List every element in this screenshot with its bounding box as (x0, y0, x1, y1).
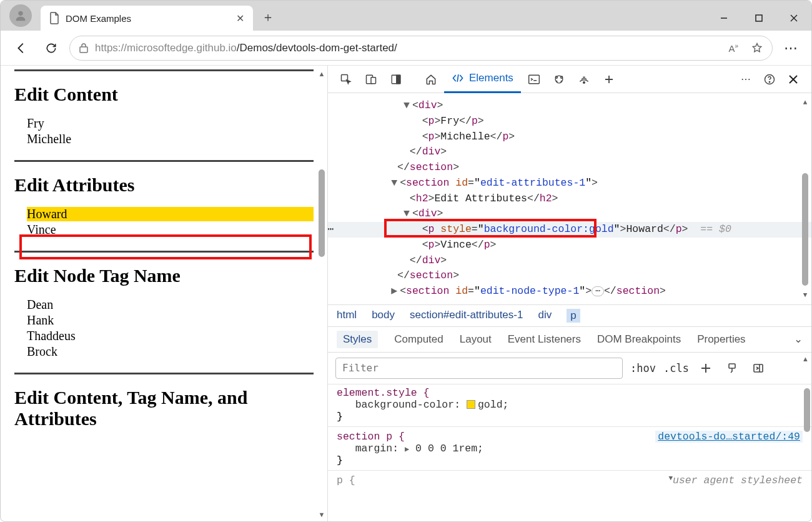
list-item: Dean (27, 298, 314, 312)
tab-computed[interactable]: Computed (394, 333, 443, 346)
more-tabs-icon[interactable] (597, 68, 621, 91)
dom-scrollbar[interactable]: ▲ ▼ (801, 98, 810, 299)
lock-icon (79, 43, 89, 54)
rule-selector[interactable]: section p { (337, 431, 405, 443)
expand-shorthand-icon[interactable]: ▶ (405, 445, 409, 454)
profile-avatar[interactable] (9, 4, 32, 27)
tab-layout[interactable]: Layout (460, 333, 492, 346)
crumb[interactable]: div (538, 309, 552, 323)
list-item-howard: Howard (27, 207, 314, 221)
address-bar[interactable]: https://microsoftedge.github.io/Demos/de… (69, 36, 773, 61)
crumb[interactable]: html (337, 309, 357, 323)
dom-selected-node[interactable]: ⋯ <p style="background-color:gold">Howar… (328, 222, 811, 238)
tab-event-listeners[interactable]: Event Listeners (508, 333, 581, 346)
svg-rect-5 (80, 47, 87, 53)
welcome-tab-icon[interactable] (419, 68, 443, 91)
styles-rules[interactable]: element.style { background-color: gold; … (328, 384, 811, 522)
computed-sidebar-icon[interactable] (749, 359, 768, 378)
tab-title: DOM Examples (66, 13, 230, 24)
network-tab-icon[interactable] (572, 68, 596, 91)
inspect-element-icon[interactable] (334, 68, 358, 91)
address-bar-row: https://microsoftedge.github.io/Demos/de… (1, 31, 811, 66)
help-icon[interactable] (758, 68, 781, 91)
list-item: Fry (27, 116, 314, 131)
toggle-hov[interactable]: :hov (630, 362, 656, 374)
new-tab-button[interactable]: ＋ (257, 6, 279, 28)
devtools-menu-icon[interactable]: ⋯ (734, 68, 758, 91)
paint-flashing-icon[interactable] (723, 359, 741, 378)
devtools-toolbar: Elements ⋯ (328, 66, 811, 93)
page-scrollbar[interactable]: ▲ ▼ (317, 69, 326, 519)
scroll-up-icon[interactable]: ▲ (802, 355, 809, 363)
row-actions-icon[interactable]: ⋯ (328, 221, 335, 238)
svg-point-19 (769, 81, 770, 82)
styles-filter-input[interactable] (335, 358, 623, 379)
scroll-down-icon[interactable]: ▼ (801, 291, 810, 299)
dom-breadcrumb[interactable]: html body section#edit-attributes-1 div … (328, 304, 811, 327)
browser-tab[interactable]: DOM Examples ✕ (41, 6, 253, 31)
list-item: Michelle (27, 132, 314, 146)
new-style-rule-icon[interactable] (696, 359, 715, 378)
close-window-button[interactable] (776, 6, 811, 31)
styles-scrollbar-thumb[interactable] (804, 388, 810, 432)
rule-selector[interactable]: element.style { (337, 387, 430, 399)
devtools-panel: Elements ⋯ ▼<div> <p>Fry</p> <p>Michelle… (328, 66, 811, 522)
crumb[interactable]: body (372, 309, 395, 323)
refresh-button[interactable] (39, 36, 63, 60)
browser-menu-button[interactable]: ⋯ (779, 40, 803, 56)
toggle-cls[interactable]: .cls (663, 362, 689, 374)
read-aloud-icon[interactable]: A» (728, 43, 738, 54)
heading-edit-all: Edit Content, Tag Name, and Attributes (14, 387, 314, 429)
color-swatch-icon[interactable] (467, 400, 475, 409)
svg-rect-10 (397, 75, 400, 84)
crumb[interactable]: section#edit-attributes-1 (410, 309, 523, 323)
scroll-up-icon[interactable]: ▲ (317, 69, 326, 78)
sources-tab-icon[interactable] (547, 68, 571, 91)
list-item: Vince (27, 223, 314, 237)
styles-toolbar: :hov .cls ▲ (328, 353, 811, 384)
svg-point-15 (583, 81, 585, 83)
tab-styles[interactable]: Styles (337, 331, 378, 348)
document-icon (49, 12, 59, 24)
tab-elements[interactable]: Elements (444, 66, 521, 93)
scrollbar-thumb[interactable] (319, 169, 325, 257)
tab-close-icon[interactable]: ✕ (236, 13, 244, 24)
back-button[interactable] (9, 36, 33, 60)
crumb-selected[interactable]: p (567, 309, 580, 323)
page-viewport: Edit Content Fry Michelle Edit Attribute… (1, 66, 328, 522)
svg-rect-24 (729, 364, 735, 368)
css-property[interactable]: background-color: (355, 399, 460, 411)
css-property[interactable]: margin: (355, 443, 399, 454)
dock-side-icon[interactable] (384, 68, 408, 91)
svg-rect-2 (756, 15, 762, 21)
list-item: Thaddeus (27, 329, 314, 343)
chevron-down-icon[interactable]: ⌄ (794, 333, 803, 346)
device-toggle-icon[interactable] (359, 68, 383, 91)
source-link[interactable]: devtools-do…started/:49 (655, 431, 803, 443)
heading-edit-content: Edit Content (14, 84, 314, 105)
scroll-up-icon[interactable]: ▲ (801, 98, 810, 107)
styles-tabbar: Styles Computed Layout Event Listeners D… (328, 327, 811, 353)
favorite-icon[interactable] (751, 42, 763, 54)
rule-selector: p { (337, 474, 355, 486)
close-devtools-icon[interactable] (781, 68, 805, 91)
heading-edit-attributes: Edit Attributes (14, 174, 314, 196)
ua-stylesheet-label: user agent stylesheet (673, 474, 803, 486)
scroll-down-icon[interactable]: ▼ (317, 510, 326, 519)
maximize-button[interactable] (741, 6, 776, 31)
css-value[interactable]: gold; (478, 399, 509, 411)
tab-dom-breakpoints[interactable]: DOM Breakpoints (597, 333, 681, 346)
list-item: Brock (27, 344, 314, 359)
svg-point-12 (555, 76, 563, 83)
dom-tree[interactable]: ▼<div> <p>Fry</p> <p>Michelle</p> </div>… (328, 93, 811, 304)
svg-rect-8 (371, 77, 376, 83)
tab-properties[interactable]: Properties (697, 333, 745, 346)
css-value[interactable]: 0 0 0 1rem; (415, 443, 483, 454)
svg-point-0 (18, 11, 22, 16)
heading-edit-tagname: Edit Node Tag Name (14, 265, 314, 286)
list-item: Hank (27, 313, 314, 328)
scrollbar-thumb[interactable] (802, 173, 808, 286)
console-tab-icon[interactable] (522, 68, 546, 91)
minimize-button[interactable] (706, 6, 741, 31)
scroll-down-icon[interactable]: ▼ (668, 474, 673, 482)
